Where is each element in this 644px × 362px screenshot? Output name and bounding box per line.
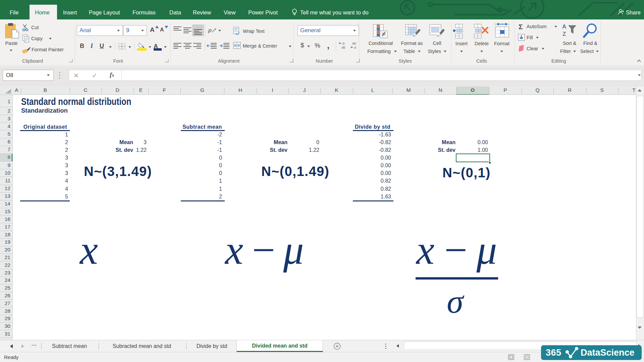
svg-text:.00: .00: [341, 46, 345, 49]
svg-text:A: A: [562, 23, 566, 30]
svg-text:.0: .0: [342, 42, 344, 45]
svg-text:.00: .00: [352, 42, 356, 45]
svg-text:.0: .0: [354, 46, 356, 49]
svg-text:ab: ab: [208, 27, 213, 34]
svg-text:Z: Z: [562, 31, 566, 37]
